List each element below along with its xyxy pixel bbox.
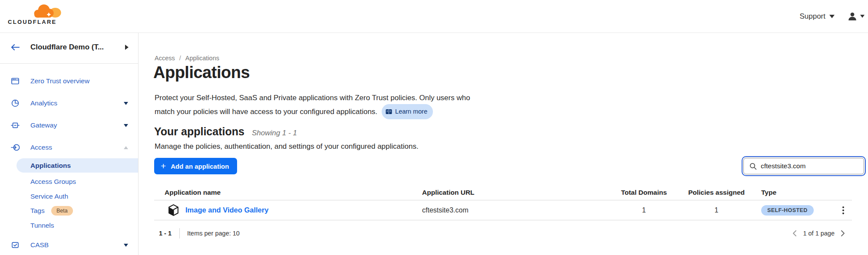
search-box: [743, 158, 864, 174]
cloudflare-logo[interactable]: CLOUDFLARE: [8, 3, 66, 25]
sidebar-item-label: Applications: [30, 162, 71, 170]
footer-divider: [179, 228, 180, 239]
sidebar-account-header: Cloudflare Demo (T...: [0, 33, 138, 64]
breadcrumb-separator: /: [179, 55, 181, 62]
back-arrow-icon[interactable]: [10, 43, 20, 51]
plus-icon: +: [161, 161, 166, 170]
breadcrumb-applications: Applications: [185, 55, 219, 62]
page-description: Protect your Self-Hosted, SaaS and Priva…: [155, 92, 470, 119]
total-domains-cell: 1: [611, 206, 677, 214]
account-menu[interactable]: [848, 12, 865, 21]
book-icon: [386, 109, 392, 114]
add-application-label: Add an application: [171, 163, 229, 170]
sidebar-item-label: Analytics: [30, 99, 57, 107]
table-header-row: Application name Application URL Total D…: [154, 185, 852, 200]
breadcrumb-access[interactable]: Access: [155, 55, 175, 62]
section-heading: Your applications: [154, 125, 244, 138]
add-application-button[interactable]: + Add an application: [154, 158, 237, 174]
user-icon: [848, 12, 857, 21]
pie-chart-icon: [11, 99, 20, 108]
chevron-down-icon: [124, 244, 128, 247]
items-range: 1 - 1: [159, 230, 172, 237]
description-line-2: match your policies will have access to …: [155, 108, 377, 116]
chevron-down-icon: [124, 102, 128, 105]
cloudflare-wordmark: CLOUDFLARE: [8, 19, 66, 25]
column-header-type: Type: [756, 189, 825, 196]
column-header-total-domains: Total Domains: [611, 189, 677, 196]
chevron-down-icon: [124, 124, 128, 127]
chevron-down-icon: [860, 15, 865, 18]
sidebar-item-label: Zero Trust overview: [30, 77, 89, 85]
pagination: 1 of 1 page: [792, 230, 852, 237]
application-name-link[interactable]: Image and Video Gallery: [185, 206, 268, 214]
chevron-down-icon: [829, 15, 835, 18]
sidebar-item-label: Access Groups: [30, 178, 76, 186]
column-header-policies-assigned: Policies assigned: [677, 189, 756, 196]
search-input[interactable]: [761, 162, 859, 170]
applications-table: Application name Application URL Total D…: [154, 185, 852, 220]
breadcrumb: Access / Applications: [155, 55, 219, 62]
page-title: Applications: [153, 63, 250, 82]
expand-sidebar-icon[interactable]: [125, 45, 129, 50]
description-line-1: Protect your Self-Hosted, SaaS and Priva…: [155, 94, 470, 102]
sidebar-item-label: Service Auth: [30, 193, 68, 200]
type-badge: SELF-HOSTED: [761, 205, 814, 216]
sidebar-item-label: Gateway: [30, 121, 57, 129]
casb-icon: [11, 241, 20, 249]
beta-badge: Beta: [51, 206, 73, 216]
gateway-icon: [11, 121, 20, 130]
items-per-page: Items per page: 10: [187, 230, 240, 237]
row-actions-kebab-menu[interactable]: [841, 205, 846, 216]
sidebar-item-access[interactable]: Access: [0, 140, 138, 155]
next-page-icon[interactable]: [840, 230, 846, 237]
main-content: Access / Applications Applications Prote…: [139, 33, 868, 255]
sidebar-item-tags[interactable]: Tags Beta: [0, 203, 138, 218]
previous-page-icon[interactable]: [792, 230, 798, 237]
sidebar-item-tunnels[interactable]: Tunnels: [0, 218, 138, 232]
support-label: Support: [799, 12, 825, 21]
sidebar-item-access-groups[interactable]: Access Groups: [0, 174, 138, 189]
app-cube-icon: [168, 204, 179, 216]
sidebar-item-label: CASB: [30, 241, 49, 249]
sidebar-item-service-auth[interactable]: Service Auth: [0, 189, 138, 203]
column-header-application-url: Application URL: [417, 189, 611, 196]
table-row: Image and Video Gallery cftestsite3.com …: [154, 200, 852, 220]
table-footer: 1 - 1 Items per page: 10 1 of 1 page: [154, 226, 852, 241]
page-indicator: 1 of 1 page: [803, 230, 835, 237]
section-subtext: Manage the policies, authentication, and…: [155, 142, 419, 151]
account-name: Cloudflare Demo (T...: [30, 43, 104, 52]
application-url-cell: cftestsite3.com: [417, 206, 611, 214]
window-icon: [11, 77, 20, 85]
sidebar-item-label: Tags: [30, 207, 45, 215]
login-icon: [11, 143, 20, 152]
sidebar-item-label: Access: [30, 144, 52, 151]
chevron-up-icon: [124, 146, 128, 149]
column-header-application-name: Application name: [154, 189, 417, 196]
learn-more-label: Learn more: [395, 106, 427, 118]
sidebar-item-applications[interactable]: Applications: [0, 158, 138, 173]
support-menu[interactable]: Support: [799, 12, 835, 21]
sidebar: Cloudflare Demo (T... Zero Trust overvie…: [0, 33, 139, 255]
sidebar-item-zero-trust-overview[interactable]: Zero Trust overview: [0, 74, 138, 88]
sidebar-item-label: Tunnels: [30, 222, 54, 229]
top-bar: CLOUDFLARE Support: [0, 0, 868, 33]
sidebar-item-analytics[interactable]: Analytics: [0, 96, 138, 111]
sidebar-item-gateway[interactable]: Gateway: [0, 118, 138, 133]
showing-count: Showing 1 - 1: [252, 129, 297, 137]
policies-assigned-cell: 1: [677, 206, 756, 214]
learn-more-link[interactable]: Learn more: [382, 104, 433, 119]
toolbar: + Add an application: [139, 158, 868, 174]
sidebar-item-casb[interactable]: CASB: [0, 238, 138, 252]
search-icon: [749, 163, 757, 170]
cloudflare-zero-trust-dashboard: CLOUDFLARE Support Cloudflare Demo (T...: [0, 0, 868, 255]
cloudflare-cloud-icon: [30, 3, 62, 18]
